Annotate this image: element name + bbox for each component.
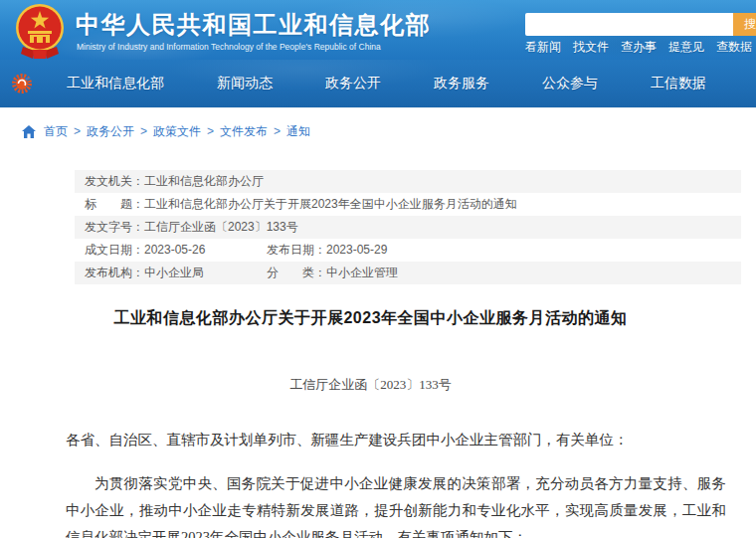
- paragraph: 各省、自治区、直辖市及计划单列市、新疆生产建设兵团中小企业主管部门，有关单位：: [66, 427, 726, 453]
- nav-items: 工业和信息化部新闻动态政务公开政务服务公众参与工信数据专题: [67, 60, 756, 107]
- search-button[interactable]: 搜索: [733, 13, 756, 36]
- meta-cell: 发文机关：工业和信息化部办公厅: [85, 170, 264, 193]
- meta-value: 中小企业局: [144, 266, 204, 279]
- header-banner: 中华人民共和国工业和信息化部 Ministry of Industry and …: [0, 0, 756, 60]
- quick-link[interactable]: 看新闻: [525, 39, 561, 56]
- meta-cell: 成文日期：2023-05-26: [85, 239, 267, 262]
- breadcrumb-item: 通知: [286, 124, 310, 138]
- quick-link[interactable]: 查办事: [621, 39, 657, 56]
- paragraph: 为贯彻落实党中央、国务院关于促进中小企业健康发展的决策部署，充分动员各方力量支持…: [66, 470, 726, 538]
- meta-row: 发文字号：工信厅企业函〔2023〕133号: [75, 216, 741, 239]
- quick-links: 看新闻找文件查办事提意见查数据要投诉: [525, 39, 756, 56]
- home-icon[interactable]: [22, 125, 36, 138]
- meta-row: 发布机构：中小企业局分 类：中小企业管理: [75, 262, 741, 284]
- breadcrumb-items: 首页>政务公开>政策文件>文件发布>通知: [44, 123, 310, 140]
- meta-value: 工业和信息化部办公厅关于开展2023年全国中小企业服务月活动的通知: [144, 197, 517, 211]
- article-title: 工业和信息化部办公厅关于开展2023年全国中小企业服务月活动的通知: [0, 308, 741, 329]
- meta-value: 工业和信息化部办公厅: [144, 174, 264, 188]
- breadcrumb-separator: >: [274, 124, 281, 138]
- nav-item[interactable]: 政务服务: [434, 75, 489, 92]
- meta-cell: 发文字号：工信厅企业函〔2023〕133号: [85, 216, 298, 239]
- site-subtitle: Ministry of Industry and Information Tec…: [77, 42, 381, 52]
- meta-table: 发文机关：工业和信息化部办公厅标 题：工业和信息化部办公厅关于开展2023年全国…: [75, 170, 741, 284]
- national-emblem-icon: [13, 3, 67, 59]
- meta-label: 分 类：: [267, 266, 326, 279]
- content: 首页>政务公开>政策文件>文件发布>通知 发文机关：工业和信息化部办公厅标 题：…: [0, 107, 756, 538]
- breadcrumb-item[interactable]: 政策文件: [153, 124, 201, 138]
- site-title[interactable]: 中华人民共和国工业和信息化部: [76, 9, 431, 41]
- nav-item[interactable]: 工信数据: [651, 75, 706, 92]
- meta-cell: 分 类：中小企业管理: [267, 262, 398, 284]
- page: 中华人民共和国工业和信息化部 Ministry of Industry and …: [0, 0, 756, 538]
- breadcrumb-separator: >: [140, 124, 147, 138]
- meta-row: 发文机关：工业和信息化部办公厅: [75, 170, 741, 193]
- meta-cell: 发布机构：中小企业局: [85, 262, 267, 284]
- main-nav: 工业和信息化部新闻动态政务公开政务服务公众参与工信数据专题: [0, 60, 756, 107]
- article: 工业和信息化部办公厅关于开展2023年全国中小企业服务月活动的通知 工信厅企业函…: [0, 308, 741, 538]
- meta-value: 中小企业管理: [326, 266, 398, 279]
- nav-item[interactable]: 新闻动态: [217, 75, 273, 92]
- meta-label: 发文字号：: [85, 220, 144, 234]
- miit-logo-icon[interactable]: [11, 73, 33, 94]
- breadcrumb-separator: >: [207, 124, 214, 138]
- meta-label: 发布机构：: [85, 266, 144, 279]
- meta-cell: 发布日期：2023-05-29: [267, 239, 387, 262]
- nav-item[interactable]: 工业和信息化部: [67, 75, 164, 92]
- meta-value: 2023-05-29: [326, 243, 387, 257]
- quick-link[interactable]: 提意见: [668, 39, 704, 56]
- breadcrumb: 首页>政务公开>政策文件>文件发布>通知: [0, 108, 756, 138]
- meta-label: 发布日期：: [267, 243, 326, 257]
- breadcrumb-item[interactable]: 首页: [44, 124, 68, 138]
- breadcrumb-item[interactable]: 文件发布: [220, 124, 268, 138]
- doc-number: 工信厅企业函〔2023〕133号: [0, 376, 741, 394]
- meta-label: 发文机关：: [85, 174, 144, 188]
- meta-value: 2023-05-26: [144, 243, 205, 257]
- meta-label: 标 题：: [85, 197, 144, 211]
- search-input[interactable]: [525, 13, 733, 36]
- breadcrumb-separator: >: [74, 124, 81, 138]
- search-panel: 搜索 看新闻找文件查办事提意见查数据要投诉: [525, 0, 756, 60]
- breadcrumb-item[interactable]: 政务公开: [87, 124, 134, 138]
- meta-row: 标 题：工业和信息化部办公厅关于开展2023年全国中小企业服务月活动的通知: [75, 193, 741, 216]
- article-body: 各省、自治区、直辖市及计划单列市、新疆生产建设兵团中小企业主管部门，有关单位：为…: [66, 427, 726, 538]
- search-box: 搜索: [525, 13, 756, 36]
- meta-cell: 标 题：工业和信息化部办公厅关于开展2023年全国中小企业服务月活动的通知: [85, 193, 517, 216]
- quick-link[interactable]: 找文件: [573, 39, 609, 56]
- nav-item[interactable]: 公众参与: [542, 75, 598, 92]
- meta-row: 成文日期：2023-05-26发布日期：2023-05-29: [75, 239, 741, 262]
- meta-value: 工信厅企业函〔2023〕133号: [144, 220, 298, 234]
- meta-label: 成文日期：: [85, 243, 144, 257]
- nav-item[interactable]: 政务公开: [325, 75, 381, 92]
- quick-link[interactable]: 查数据: [716, 39, 752, 56]
